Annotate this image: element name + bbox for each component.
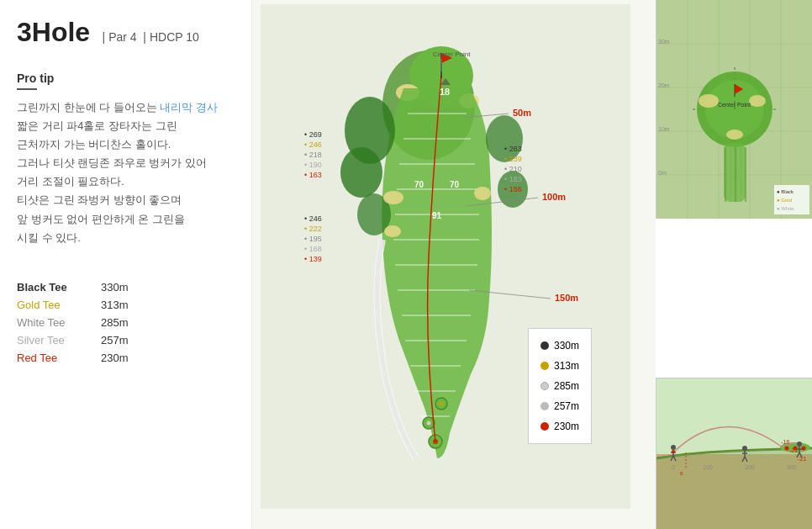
- svg-point-123: [794, 447, 798, 451]
- svg-point-31: [440, 402, 444, 406]
- svg-point-100: [671, 445, 676, 450]
- svg-text:• 218: • 218: [304, 151, 322, 159]
- tee-name-silver: Silver Tee: [17, 334, 101, 346]
- svg-text:• 156: • 156: [504, 185, 522, 193]
- svg-text:30m: 30m: [658, 39, 670, 45]
- svg-point-19: [340, 147, 382, 198]
- svg-text:18: 18: [440, 87, 450, 97]
- svg-point-122: [785, 447, 789, 451]
- tee-name-gold: Gold Tee: [17, 299, 101, 311]
- tee-row-white: White Tee 285m: [17, 316, 235, 329]
- left-panel: 3Hole | Par 4 | HDCP 10 Pro tip 그린까지 한눈에…: [0, 0, 252, 529]
- svg-text:-18: -18: [781, 439, 789, 445]
- legend-item-white: 285m: [540, 376, 579, 396]
- svg-text:• 239: • 239: [504, 155, 522, 163]
- svg-text:• 246: • 246: [304, 214, 322, 223]
- svg-text:0: 0: [672, 464, 675, 470]
- svg-text:Center Point: Center Point: [433, 50, 471, 58]
- legend-label-red: 230m: [554, 416, 579, 436]
- svg-text:91: 91: [432, 211, 442, 220]
- tee-dist-red: 230m: [101, 352, 129, 364]
- svg-text:150m: 150m: [555, 293, 578, 303]
- legend-item-silver: 257m: [540, 396, 579, 416]
- svg-point-125: [672, 450, 675, 453]
- svg-text:• 195: • 195: [304, 235, 322, 243]
- svg-text:• 168: • 168: [304, 245, 322, 253]
- hole-meta: | Par 4 | HDCP 10: [103, 30, 199, 44]
- svg-text:• 222: • 222: [304, 225, 322, 233]
- legend-label-black: 330m: [554, 336, 579, 356]
- right-overview-panel: Center Point 30m 20m 10m 0m ● Black ● Go…: [656, 0, 812, 219]
- svg-text:200: 200: [745, 464, 755, 470]
- legend-box: 330m 313m 285m 257m 230m: [528, 328, 592, 444]
- svg-text:• 269: • 269: [304, 130, 322, 139]
- svg-text:0m: 0m: [658, 170, 667, 176]
- hole-title: 3Hole: [17, 17, 90, 47]
- tee-row-gold: Gold Tee 313m: [17, 299, 235, 311]
- legend-label-white: 285m: [554, 376, 579, 396]
- svg-text:● Gold: ● Gold: [777, 198, 792, 203]
- tee-name-white: White Tee: [17, 316, 101, 329]
- main-course-area: 50m 100m 150m • 269 • 246 • 218 • 190 • …: [252, 0, 656, 529]
- pro-tip-text: 그린까지 한눈에 다 들어오는 내리막 경사 짧은 거리 파4홀로 장타자는 그…: [17, 98, 235, 247]
- elevation-svg: 0 100 200 300 -18 -21 -21 8: [656, 378, 812, 529]
- legend-dot-gold: [540, 362, 549, 370]
- svg-text:70: 70: [414, 180, 424, 189]
- legend-dot-red: [540, 422, 549, 431]
- svg-point-29: [427, 421, 431, 426]
- svg-text:10m: 10m: [658, 126, 670, 132]
- svg-text:Center Point: Center Point: [718, 102, 751, 108]
- overview-svg: Center Point 30m 20m 10m 0m ● Black ● Go…: [656, 0, 812, 219]
- svg-text:• 163: • 163: [304, 171, 322, 179]
- legend-item-black: 330m: [540, 336, 579, 356]
- svg-point-110: [797, 442, 802, 447]
- svg-text:-21: -21: [798, 456, 806, 462]
- svg-text:• 246: • 246: [304, 140, 322, 149]
- tee-dist-black: 330m: [101, 281, 129, 294]
- tee-name-black: Black Tee: [17, 281, 101, 294]
- tee-name-red: Red Tee: [17, 352, 101, 364]
- svg-text:• 263: • 263: [504, 145, 522, 153]
- tee-dist-white: 285m: [101, 316, 129, 329]
- svg-point-76: [699, 94, 719, 108]
- svg-point-24: [384, 225, 401, 237]
- legend-label-gold: 313m: [554, 356, 579, 376]
- pro-tip-label: Pro tip: [17, 71, 235, 85]
- svg-text:● White: ● White: [777, 206, 794, 211]
- svg-text:• 190: • 190: [304, 161, 322, 169]
- tee-dist-silver: 257m: [101, 334, 129, 346]
- pro-tip-divider: [17, 88, 37, 90]
- svg-point-78: [726, 130, 743, 140]
- svg-point-124: [802, 447, 806, 451]
- tee-dist-gold: 313m: [101, 299, 129, 311]
- svg-text:100: 100: [703, 464, 713, 470]
- tee-row-black: Black Tee 330m: [17, 281, 235, 294]
- svg-text:100m: 100m: [542, 192, 566, 202]
- legend-item-gold: 313m: [540, 356, 579, 376]
- svg-text:50m: 50m: [513, 108, 531, 118]
- svg-text:70: 70: [450, 180, 460, 189]
- svg-text:• 139: • 139: [304, 255, 322, 263]
- svg-text:20m: 20m: [658, 82, 670, 88]
- svg-text:● Black: ● Black: [777, 189, 794, 194]
- tee-row-silver: Silver Tee 257m: [17, 334, 235, 346]
- svg-point-25: [474, 187, 491, 200]
- svg-point-77: [749, 95, 766, 107]
- legend-label-silver: 257m: [554, 396, 579, 416]
- hole-header: 3Hole | Par 4 | HDCP 10: [17, 17, 235, 48]
- legend-item-red: 230m: [540, 416, 579, 436]
- svg-point-23: [383, 191, 403, 204]
- tee-row-red: Red Tee 230m: [17, 352, 235, 364]
- legend-dot-white: [540, 382, 549, 390]
- svg-text:• 210: • 210: [504, 165, 522, 173]
- tee-table: Black Tee 330m Gold Tee 313m White Tee 2…: [17, 281, 235, 364]
- svg-text:• 183: • 183: [504, 175, 522, 183]
- svg-text:300: 300: [787, 464, 797, 470]
- legend-dot-black: [540, 341, 549, 350]
- right-elevation-panel: 0 100 200 300 -18 -21 -21 8: [656, 378, 812, 529]
- svg-point-105: [742, 446, 747, 451]
- legend-dot-silver: [540, 402, 549, 410]
